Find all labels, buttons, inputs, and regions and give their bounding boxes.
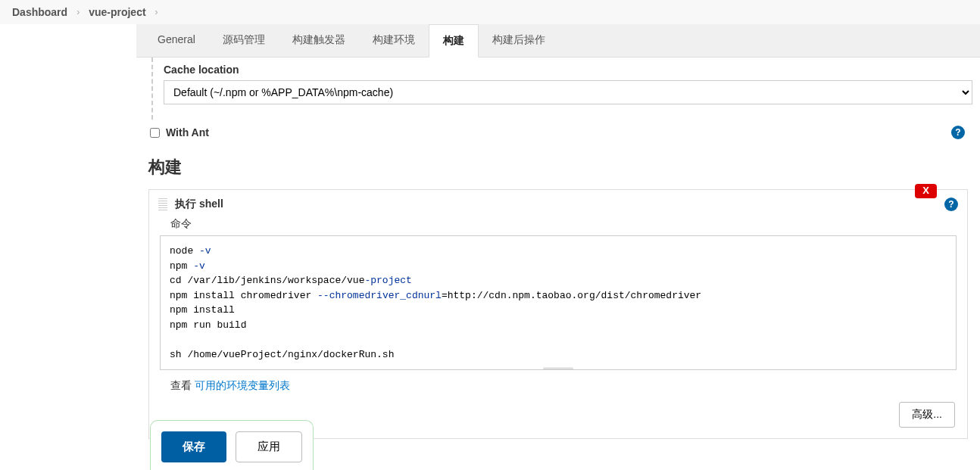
tab-general[interactable]: General (144, 24, 209, 57)
tab-scm[interactable]: 源码管理 (209, 24, 279, 57)
tab-post[interactable]: 构建后操作 (479, 24, 559, 57)
env-vars-link[interactable]: 可用的环境变量列表 (195, 379, 290, 391)
breadcrumb: Dashboard › vue-project › (0, 0, 980, 24)
chevron-right-icon: › (76, 7, 80, 17)
shell-build-step: X ? 执行 shell 命令 node -vnpm -vcd /var/lib… (148, 189, 968, 439)
with-ant-checkbox[interactable] (150, 128, 160, 138)
drag-handle-icon[interactable] (158, 198, 167, 210)
apply-button[interactable]: 应用 (236, 431, 302, 462)
build-section-title: 构建 (144, 145, 972, 186)
advanced-button[interactable]: 高级... (899, 402, 955, 428)
tab-env[interactable]: 构建环境 (359, 24, 429, 57)
shell-command-input[interactable]: node -vnpm -vcd /var/lib/jenkins/workspa… (160, 235, 957, 370)
help-icon[interactable]: ? (951, 126, 965, 139)
cache-location-select[interactable]: Default (~/.npm or %APP_DATA%\npm-cache) (164, 80, 972, 104)
command-label: 命令 (149, 214, 967, 235)
with-ant-label: With Ant (166, 126, 209, 139)
config-tabs: General 源码管理 构建触发器 构建环境 构建 构建后操作 (136, 24, 980, 58)
env-vars-row: 查看 可用的环境变量列表 (149, 370, 967, 397)
save-bar: 保存 应用 (150, 420, 314, 470)
chevron-right-icon: › (155, 7, 158, 17)
delete-step-button[interactable]: X (915, 184, 937, 198)
tab-trigger[interactable]: 构建触发器 (279, 24, 359, 57)
breadcrumb-project[interactable]: vue-project (89, 6, 145, 18)
tab-build[interactable]: 构建 (429, 24, 479, 58)
help-icon[interactable]: ? (944, 198, 958, 211)
left-spacer (0, 24, 136, 470)
save-button[interactable]: 保存 (161, 431, 226, 462)
breadcrumb-dashboard[interactable]: Dashboard (12, 6, 67, 18)
shell-step-title: 执行 shell (175, 198, 223, 211)
cache-location-label: Cache location (164, 58, 972, 80)
